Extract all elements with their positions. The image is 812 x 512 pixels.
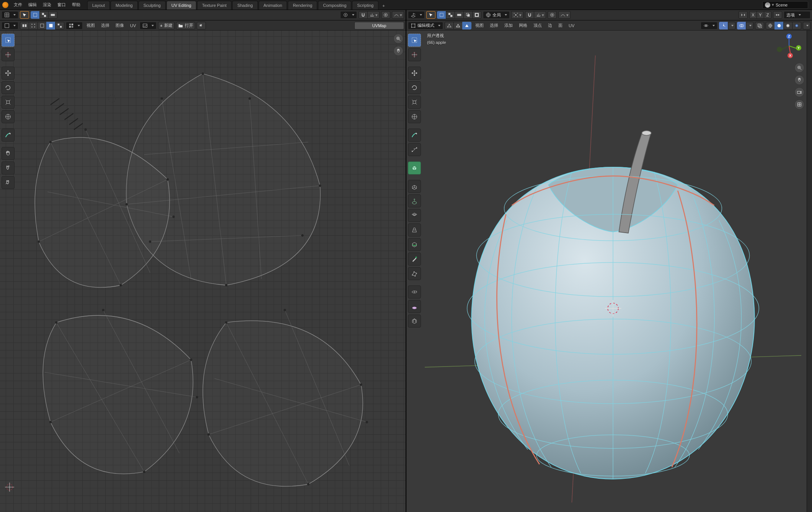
- 3d-tool-select[interactable]: [408, 34, 421, 47]
- 3d-sel-face[interactable]: [462, 22, 471, 29]
- menu-edit[interactable]: 编辑: [25, 0, 40, 9]
- gizmo-neg-y[interactable]: [777, 47, 782, 52]
- 3d-proportional-falloff[interactable]: ▾: [558, 11, 571, 19]
- 3d-menu-uv[interactable]: UV: [566, 23, 577, 28]
- uv-sel-face[interactable]: [46, 22, 55, 29]
- uv-nav-pan[interactable]: [393, 46, 403, 56]
- 3d-tool-extrude-cursor[interactable]: [408, 194, 421, 207]
- menu-help[interactable]: 帮助: [69, 0, 83, 9]
- 3d-nav-persp[interactable]: [794, 99, 804, 109]
- 3d-menu-face[interactable]: 面: [556, 23, 565, 28]
- 3d-tool-scale[interactable]: [408, 96, 421, 109]
- 3d-mode-selector[interactable]: 编辑模式: [408, 22, 443, 29]
- 3d-tool-transform[interactable]: [408, 110, 421, 123]
- 3d-menu-edge[interactable]: 边: [546, 23, 554, 28]
- uv-proportional-toggle[interactable]: [381, 11, 390, 19]
- menu-render[interactable]: 渲染: [40, 0, 54, 9]
- uv-nav-zoom[interactable]: [393, 34, 403, 44]
- 3d-show-gizmo[interactable]: [719, 22, 728, 29]
- tab-shading[interactable]: Shading: [232, 1, 258, 10]
- uv-editor-type-selector[interactable]: [2, 11, 18, 19]
- 3d-tool-spin[interactable]: [408, 285, 421, 298]
- uv-menu-select[interactable]: 选择: [99, 23, 112, 28]
- 3d-sel-vertex[interactable]: [445, 22, 454, 29]
- 3d-show-overlays[interactable]: [737, 22, 746, 29]
- 3d-pivot-button[interactable]: ▾: [511, 11, 523, 19]
- uv-open-button[interactable]: 打开: [176, 22, 195, 29]
- uv-image-selector[interactable]: [140, 22, 157, 29]
- 3d-mirror-y[interactable]: Y: [757, 11, 764, 19]
- uv-snap-toggle[interactable]: [359, 11, 368, 19]
- 3d-menu-add[interactable]: 添加: [502, 23, 515, 28]
- 3d-view-object-types[interactable]: [701, 22, 717, 29]
- uv-select-mode-tweak[interactable]: [20, 11, 29, 19]
- 3d-nav-camera[interactable]: [794, 87, 804, 97]
- right-collapsed-panel[interactable]: [807, 31, 812, 512]
- 3d-nav-pan[interactable]: [794, 75, 804, 85]
- uv-menu-view[interactable]: 视图: [84, 23, 97, 28]
- uv-tool-grab[interactable]: [2, 147, 15, 160]
- uv-viewport[interactable]: [0, 31, 406, 512]
- uv-tool-rotate[interactable]: [2, 81, 15, 94]
- 3d-shading-popover[interactable]: [803, 22, 810, 29]
- uv-sel-vertex[interactable]: [29, 22, 38, 29]
- 3d-automerge-button[interactable]: [773, 11, 782, 19]
- 3d-xray-toggle[interactable]: [755, 22, 764, 29]
- uv-tool-move[interactable]: [2, 67, 15, 80]
- 3d-shading-rendered[interactable]: [792, 22, 801, 29]
- 3d-tool-knife[interactable]: [408, 253, 421, 266]
- 3d-overlay-popover[interactable]: [746, 22, 753, 29]
- 3d-menu-mesh[interactable]: 网格: [517, 23, 530, 28]
- 3d-shading-wire[interactable]: [766, 22, 775, 29]
- 3d-select-box[interactable]: [437, 11, 446, 19]
- 3d-tool-annotate[interactable]: [408, 129, 421, 142]
- 3d-options-dropdown[interactable]: 选项: [784, 11, 810, 19]
- 3d-shading-solid[interactable]: [774, 22, 784, 29]
- uv-sel-island[interactable]: [55, 22, 64, 29]
- uv-tool-annotate[interactable]: [2, 129, 15, 142]
- uv-pin-button[interactable]: [197, 22, 206, 29]
- scene-selector[interactable]: ▾ Scene: [762, 1, 808, 9]
- 3d-tool-inset[interactable]: [408, 209, 421, 222]
- 3d-select-sub[interactable]: [455, 11, 464, 19]
- 3d-tool-add-cube[interactable]: [408, 161, 421, 174]
- 3d-tool-measure[interactable]: [408, 143, 421, 156]
- uv-sync-toggle[interactable]: [20, 22, 29, 29]
- uv-tool-select[interactable]: [2, 34, 15, 47]
- 3d-editor-type-selector[interactable]: [408, 11, 425, 19]
- gizmo-z[interactable]: Z: [786, 34, 792, 39]
- uv-menu-image[interactable]: 图像: [113, 23, 126, 28]
- uv-sel-edge[interactable]: [38, 22, 47, 29]
- 3d-select-int[interactable]: [463, 11, 473, 19]
- menu-window[interactable]: 窗口: [54, 0, 69, 9]
- 3d-menu-vertex[interactable]: 顶点: [531, 23, 544, 28]
- uv-display-mode[interactable]: [66, 22, 83, 29]
- uv-tool-transform[interactable]: [2, 110, 15, 123]
- tab-uv-editing[interactable]: UV Editing: [166, 1, 196, 10]
- uvmap-name-field[interactable]: UVMap: [354, 22, 404, 29]
- 3d-tool-bevel[interactable]: [408, 223, 421, 236]
- 3d-menu-view[interactable]: 视图: [473, 23, 486, 28]
- tab-scripting[interactable]: Scripting: [352, 1, 378, 10]
- uv-mode-selector[interactable]: [2, 22, 18, 29]
- 3d-menu-select[interactable]: 选择: [488, 23, 501, 28]
- 3d-tool-loopcut[interactable]: [408, 238, 421, 251]
- tab-rendering[interactable]: Rendering: [288, 1, 317, 10]
- 3d-mirror-z[interactable]: Z: [764, 11, 771, 19]
- 3d-tool-edge-slide[interactable]: [408, 315, 421, 328]
- 3d-gizmo-popover[interactable]: [728, 22, 735, 29]
- 3d-snap-toggle[interactable]: [525, 11, 534, 19]
- tab-sculpting[interactable]: Sculpting: [139, 1, 166, 10]
- uv-snap-target[interactable]: ▾: [367, 11, 380, 19]
- tab-modeling[interactable]: Modeling: [111, 1, 138, 10]
- 3d-select-extend[interactable]: [446, 11, 455, 19]
- uv-select-extend[interactable]: [39, 11, 49, 19]
- 3d-tool-move[interactable]: [408, 67, 421, 80]
- 3d-tool-cursor[interactable]: [408, 48, 421, 61]
- uv-tool-relax[interactable]: [2, 176, 15, 189]
- 3d-tool-extrude-region[interactable]: [408, 180, 421, 193]
- 3d-proportional-toggle[interactable]: [548, 11, 557, 19]
- uv-new-button[interactable]: + 新建: [158, 22, 174, 29]
- tab-compositing[interactable]: Compositing: [318, 1, 351, 10]
- 3d-sel-edge[interactable]: [453, 22, 463, 29]
